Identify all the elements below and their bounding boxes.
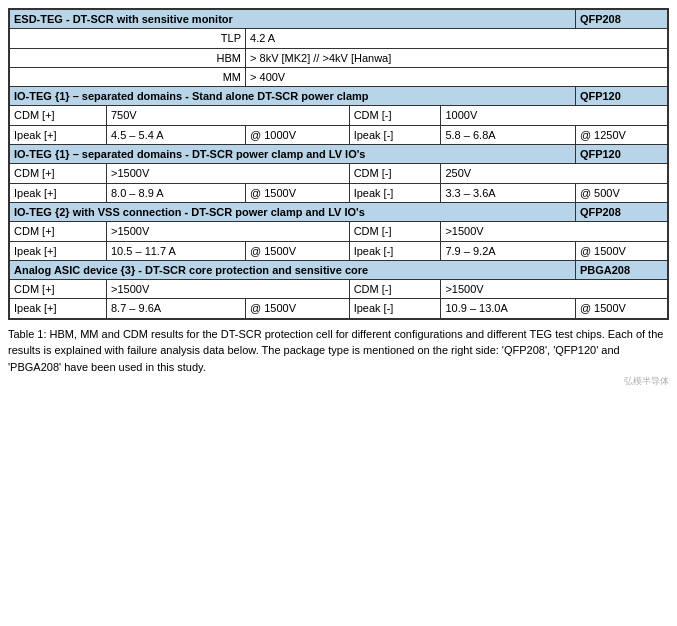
param-label: MM — [10, 67, 246, 86]
ipeak-minus-at: @ 500V — [575, 183, 667, 202]
cdm-plus-label: CDM [+] — [10, 280, 107, 299]
cdm-minus-value: >1500V — [441, 222, 668, 241]
ipeak-plus-value: 4.5 – 5.4 A — [107, 125, 246, 144]
ipeak-minus-value: 5.8 – 6.8A — [441, 125, 575, 144]
package-type: QFP120 — [575, 87, 667, 106]
cdm-plus-value: >1500V — [107, 280, 350, 299]
table-row: IO-TEG {2} with VSS connection - DT-SCR … — [10, 202, 668, 221]
ipeak-minus-at: @ 1500V — [575, 241, 667, 260]
ipeak-plus-at: @ 1500V — [246, 241, 350, 260]
data-table: ESD-TEG - DT-SCR with sensitive monitor … — [9, 9, 668, 319]
table-row: ESD-TEG - DT-SCR with sensitive monitor … — [10, 10, 668, 29]
watermark: 弘模半导体 — [8, 375, 669, 388]
ipeak-plus-label: Ipeak [+] — [10, 241, 107, 260]
ipeak-minus-label: Ipeak [-] — [349, 299, 441, 318]
table-row: IO-TEG {1} – separated domains - DT-SCR … — [10, 145, 668, 164]
ipeak-minus-label: Ipeak [-] — [349, 241, 441, 260]
table-row: Ipeak [+] 10.5 – 11.7 A @ 1500V Ipeak [-… — [10, 241, 668, 260]
table-row: Ipeak [+] 8.7 – 9.6A @ 1500V Ipeak [-] 1… — [10, 299, 668, 318]
cdm-plus-label: CDM [+] — [10, 222, 107, 241]
cdm-minus-label: CDM [-] — [349, 106, 441, 125]
section-title: IO-TEG {1} – separated domains - DT-SCR … — [10, 145, 576, 164]
table-row: Ipeak [+] 4.5 – 5.4 A @ 1000V Ipeak [-] … — [10, 125, 668, 144]
ipeak-minus-at: @ 1250V — [575, 125, 667, 144]
section-title: ESD-TEG - DT-SCR with sensitive monitor — [10, 10, 576, 29]
package-type: PBGA208 — [575, 260, 667, 279]
table-row: Ipeak [+] 8.0 – 8.9 A @ 1500V Ipeak [-] … — [10, 183, 668, 202]
cdm-minus-label: CDM [-] — [349, 222, 441, 241]
table-row: Analog ASIC device {3} - DT-SCR core pro… — [10, 260, 668, 279]
table-row: IO-TEG {1} – separated domains - Stand a… — [10, 87, 668, 106]
table-caption: Table 1: HBM, MM and CDM results for the… — [8, 326, 669, 376]
ipeak-minus-value: 7.9 – 9.2A — [441, 241, 575, 260]
cdm-minus-label: CDM [-] — [349, 164, 441, 183]
ipeak-plus-at: @ 1500V — [246, 299, 350, 318]
table-wrapper: ESD-TEG - DT-SCR with sensitive monitor … — [8, 8, 669, 320]
ipeak-minus-label: Ipeak [-] — [349, 125, 441, 144]
table-row: CDM [+] >1500V CDM [-] >1500V — [10, 280, 668, 299]
cdm-minus-value: >1500V — [441, 280, 668, 299]
section-title: Analog ASIC device {3} - DT-SCR core pro… — [10, 260, 576, 279]
package-type: QFP208 — [575, 10, 667, 29]
ipeak-plus-at: @ 1000V — [246, 125, 350, 144]
table-row: TLP 4.2 A — [10, 29, 668, 48]
table-row: CDM [+] >1500V CDM [-] 250V — [10, 164, 668, 183]
section-title: IO-TEG {2} with VSS connection - DT-SCR … — [10, 202, 576, 221]
ipeak-plus-value: 8.7 – 9.6A — [107, 299, 246, 318]
table-row: HBM > 8kV [MK2] // >4kV [Hanwa] — [10, 48, 668, 67]
package-type: QFP120 — [575, 145, 667, 164]
table-row: CDM [+] 750V CDM [-] 1000V — [10, 106, 668, 125]
package-type: QFP208 — [575, 202, 667, 221]
cdm-plus-label: CDM [+] — [10, 164, 107, 183]
ipeak-plus-label: Ipeak [+] — [10, 183, 107, 202]
ipeak-minus-value: 10.9 – 13.0A — [441, 299, 575, 318]
ipeak-minus-value: 3.3 – 3.6A — [441, 183, 575, 202]
ipeak-plus-label: Ipeak [+] — [10, 125, 107, 144]
table-row: MM > 400V — [10, 67, 668, 86]
param-label: HBM — [10, 48, 246, 67]
cdm-minus-label: CDM [-] — [349, 280, 441, 299]
section-title: IO-TEG {1} – separated domains - Stand a… — [10, 87, 576, 106]
cdm-plus-value: 750V — [107, 106, 350, 125]
cdm-plus-value: >1500V — [107, 164, 350, 183]
ipeak-plus-at: @ 1500V — [246, 183, 350, 202]
param-value: > 8kV [MK2] // >4kV [Hanwa] — [246, 48, 668, 67]
ipeak-minus-at: @ 1500V — [575, 299, 667, 318]
table-row: CDM [+] >1500V CDM [-] >1500V — [10, 222, 668, 241]
cdm-plus-label: CDM [+] — [10, 106, 107, 125]
cdm-plus-value: >1500V — [107, 222, 350, 241]
param-value: 4.2 A — [246, 29, 668, 48]
param-label: TLP — [10, 29, 246, 48]
ipeak-plus-label: Ipeak [+] — [10, 299, 107, 318]
cdm-minus-value: 1000V — [441, 106, 668, 125]
ipeak-minus-label: Ipeak [-] — [349, 183, 441, 202]
ipeak-plus-value: 8.0 – 8.9 A — [107, 183, 246, 202]
cdm-minus-value: 250V — [441, 164, 668, 183]
ipeak-plus-value: 10.5 – 11.7 A — [107, 241, 246, 260]
param-value: > 400V — [246, 67, 668, 86]
